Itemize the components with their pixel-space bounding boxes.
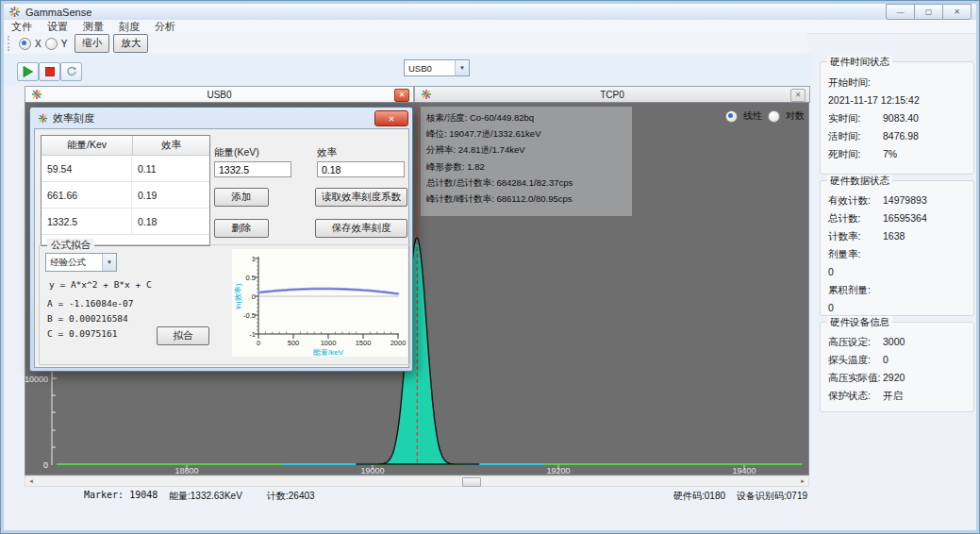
fit-x-tick: 1500: [356, 339, 372, 347]
table-header: 能量/Kev 效率: [42, 136, 209, 156]
minimize-button[interactable]: —: [886, 4, 915, 20]
maximize-button[interactable]: ▢: [914, 4, 943, 20]
spectrum-hscrollbar[interactable]: ◄ ►: [25, 476, 809, 487]
delete-button[interactable]: 删除: [214, 219, 269, 238]
overlay-resolution: 分辨率: 24.81道/1.74keV: [426, 142, 626, 158]
axis-y-radio[interactable]: [45, 38, 58, 50]
efficiency-fit-plot: 1 0.5 0 -0.5 -1 0 500 1000 1500 2000 ln(…: [232, 249, 407, 357]
play-icon: [23, 66, 33, 77]
add-button[interactable]: 添加: [214, 188, 269, 207]
energy-status: 能量:1332.63KeV: [169, 490, 242, 503]
hv-set-value: 3000: [883, 336, 905, 347]
spectrum-tab-icon: [421, 89, 432, 100]
linear-scale-radio[interactable]: [725, 110, 738, 123]
dialog-body: 能量/Kev 效率 59.54 0.11 661.66 0.19 1332.5 …: [34, 128, 409, 368]
energy-input[interactable]: [214, 161, 291, 177]
tab-tcp0-close-icon[interactable]: ✕: [790, 89, 806, 102]
start-time-label: 开始时间:: [828, 74, 883, 92]
valid-counts-label: 有效计数:: [828, 192, 883, 209]
live-time-value: 8476.98: [883, 130, 919, 142]
coefficient-a: A = -1.16084e-07: [47, 298, 134, 309]
dead-time-label: 死时间:: [828, 145, 883, 163]
scrollbar-thumb[interactable]: [462, 477, 481, 487]
close-button[interactable]: ✕: [942, 4, 972, 20]
axis-y-label: Y: [61, 39, 68, 49]
dialog-title-bar[interactable]: 效率刻度: [38, 111, 94, 125]
x-tick-19400: 19400: [732, 466, 756, 475]
probe-temp-value: 0: [883, 354, 889, 365]
zoom-in-button[interactable]: 放大: [113, 34, 148, 53]
overlay-peak-position: 峰位: 19047.7道/1332.61keV: [426, 125, 626, 142]
tab-usb0-close-icon[interactable]: ✕: [394, 89, 409, 102]
protect-status-label: 保护状态:: [828, 387, 883, 405]
calibration-table[interactable]: 能量/Kev 效率 59.54 0.11 661.66 0.19 1332.5 …: [41, 135, 210, 246]
scroll-right-icon[interactable]: ►: [797, 476, 808, 486]
linear-scale-label: 线性: [743, 109, 762, 123]
fit-y-axis-label: ln(效率): [234, 283, 242, 309]
start-button[interactable]: [17, 62, 39, 81]
formula-select-value: 经验公式: [46, 257, 86, 269]
fit-x-tick: 500: [288, 339, 300, 347]
toolbar-grip: [8, 36, 12, 51]
fit-y-tick: 0: [252, 292, 256, 301]
table-row[interactable]: 59.54 0.11: [42, 156, 209, 182]
formula-fit-group: 公式拟合 经验公式 ▼ y = A*x^2 + B*x + C A = -1.1…: [39, 244, 410, 365]
title-bar: GammaSense — ▢ ✕: [4, 4, 976, 20]
group-title: 硬件设备信息: [827, 316, 892, 329]
table-row[interactable]: 661.66 0.19: [42, 182, 209, 209]
table-row[interactable]: 1332.5 0.18: [42, 209, 209, 235]
dialog-close-button[interactable]: ✕: [374, 110, 408, 126]
app-window: GammaSense — ▢ ✕ 文件 设置 测量 刻度 分析 X Y 缩小 放…: [0, 0, 980, 534]
fit-y-tick: -0.5: [243, 311, 256, 320]
table-header-efficiency[interactable]: 效率: [133, 136, 209, 155]
log-scale-radio[interactable]: [768, 110, 780, 123]
menu-settings[interactable]: 设置: [47, 20, 68, 34]
menu-analysis[interactable]: 分析: [155, 20, 175, 34]
real-time-label: 实时间:: [828, 109, 883, 127]
refresh-icon: [66, 66, 77, 77]
dose-rate-label: 剂量率:: [828, 245, 883, 263]
dose-rate-value: 0: [828, 266, 834, 277]
menu-bar: 文件 设置 测量 刻度 分析: [4, 20, 976, 34]
overlay-total-counts: 总计数/总计数率: 684284.1/82.37cps: [426, 175, 626, 191]
hardware-code-status: 硬件码:0180: [673, 490, 725, 503]
chevron-down-icon: ▼: [455, 60, 469, 75]
scroll-left-icon[interactable]: ◄: [25, 476, 37, 486]
efficiency-input[interactable]: [317, 161, 405, 177]
y-tick-10000: 10000: [25, 375, 48, 384]
energy-field-label: 能量(KeV): [214, 146, 259, 159]
accumulated-dose-label: 累积剂量:: [828, 281, 883, 299]
hv-set-label: 高压设定:: [828, 333, 883, 351]
count-rate-value: 1638: [883, 230, 905, 242]
overlay-peak-counts: 峰计数/峰计数率: 686112.0/80.95cps: [426, 191, 626, 207]
app-icon: [8, 6, 21, 18]
formula-select[interactable]: 经验公式 ▼: [45, 253, 117, 272]
formula-fit-group-title: 公式拟合: [47, 239, 94, 252]
fit-x-tick: 2000: [390, 339, 407, 347]
table-header-energy[interactable]: 能量/Kev: [42, 136, 133, 155]
x-tick-19200: 19200: [546, 466, 570, 475]
window-title: GammaSense: [25, 7, 91, 18]
axis-x-label: X: [35, 39, 42, 49]
axis-x-radio[interactable]: [19, 38, 31, 50]
fit-button[interactable]: 拟合: [157, 326, 209, 345]
tab-tcp0[interactable]: TCP0 ✕: [414, 86, 810, 103]
tab-usb0[interactable]: USB0 ✕: [25, 86, 414, 103]
menu-file[interactable]: 文件: [11, 20, 32, 34]
spectrum-tab-icon: [31, 89, 42, 100]
menu-measure[interactable]: 测量: [83, 20, 104, 34]
read-coefficients-button[interactable]: 读取效率刻度系数: [315, 188, 407, 207]
save-calibration-button[interactable]: 保存效率刻度: [315, 219, 407, 238]
scale-selector: 线性 对数: [725, 109, 805, 123]
zoom-out-button[interactable]: 缩小: [75, 34, 109, 53]
stop-icon: [45, 67, 55, 76]
refresh-button[interactable]: [60, 62, 82, 81]
acquisition-toolbar: USB0 ▼: [4, 54, 812, 86]
stop-button[interactable]: [39, 62, 60, 81]
efficiency-field-label: 效率: [317, 146, 337, 159]
overlay-peak-shape: 峰形参数: 1.82: [426, 159, 626, 175]
device-select[interactable]: USB0 ▼: [404, 59, 470, 76]
menu-calibration[interactable]: 刻度: [119, 20, 140, 34]
device-id-status: 设备识别码:0719: [737, 490, 807, 503]
tab-usb0-label: USB0: [25, 90, 413, 100]
